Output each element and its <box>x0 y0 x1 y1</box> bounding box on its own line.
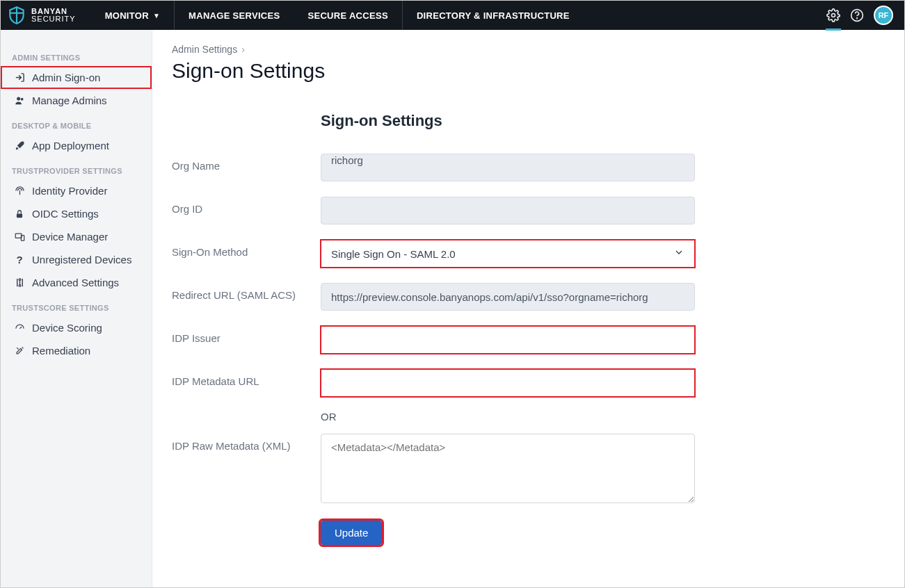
breadcrumb-parent[interactable]: Admin Settings <box>172 44 237 55</box>
question-icon: ? <box>14 254 25 266</box>
chevron-down-icon <box>673 247 684 261</box>
svg-rect-6 <box>15 234 22 238</box>
svg-point-0 <box>832 14 835 17</box>
sidebar-item-advanced-settings[interactable]: Advanced Settings <box>1 271 152 294</box>
org-id-input <box>321 197 695 224</box>
sidebar-item-remediation[interactable]: Remediation <box>1 339 152 362</box>
svg-point-2 <box>857 18 858 19</box>
label-idp-raw-metadata: IDP Raw Metadata (XML) <box>172 434 321 452</box>
settings-button[interactable] <box>826 1 840 30</box>
gauge-icon <box>14 322 25 333</box>
sidebar-item-identity-provider[interactable]: Identity Provider <box>1 179 152 202</box>
svg-point-8 <box>19 279 21 281</box>
sidebar: ADMIN SETTINGS Admin Sign-on Manage Admi… <box>1 30 152 587</box>
breadcrumb: Admin Settings › <box>172 44 874 55</box>
sidebar-item-device-scoring[interactable]: Device Scoring <box>1 316 152 339</box>
label-org-name: Org Name <box>172 154 321 172</box>
sidebar-item-label: OIDC Settings <box>32 208 99 220</box>
idp-metadata-url-input[interactable] <box>321 369 695 397</box>
help-button[interactable] <box>850 8 864 22</box>
shield-logo-icon <box>8 6 26 25</box>
svg-point-3 <box>17 97 20 101</box>
sidebar-item-label: Admin Sign-on <box>32 72 100 83</box>
top-navigation: BANYAN SECURITY MONITOR ▼ MANAGE SERVICE… <box>1 1 904 30</box>
label-org-id: Org ID <box>172 197 321 215</box>
idp-issuer-input[interactable] <box>321 326 695 354</box>
sidebar-item-app-deployment[interactable]: App Deployment <box>1 134 152 157</box>
signon-method-select[interactable]: Single Sign On - SAML 2.0 <box>321 240 695 268</box>
signon-method-value: Single Sign On - SAML 2.0 <box>331 248 456 260</box>
nav-manage-services[interactable]: MANAGE SERVICES <box>175 1 294 30</box>
org-name-input: richorg <box>321 154 695 181</box>
redirect-url-input: https://preview.console.banyanops.com/ap… <box>321 283 695 311</box>
nav-directory-infrastructure[interactable]: DIRECTORY & INFRASTRUCTURE <box>403 1 584 30</box>
sidebar-heading-admin-settings: ADMIN SETTINGS <box>1 44 152 66</box>
update-button[interactable]: Update <box>321 521 382 545</box>
rocket-icon <box>14 140 25 151</box>
users-icon <box>14 95 25 106</box>
sidebar-item-label: Advanced Settings <box>32 277 119 288</box>
sidebar-item-label: Unregistered Devices <box>32 254 131 266</box>
sidebar-item-label: Identity Provider <box>32 185 107 197</box>
sidebar-item-manage-admins[interactable]: Manage Admins <box>1 89 152 112</box>
sidebar-item-label: Manage Admins <box>32 95 107 106</box>
svg-point-4 <box>20 98 23 101</box>
signon-icon <box>14 72 25 83</box>
sidebar-heading-trustscore: TRUSTSCORE SETTINGS <box>1 294 152 316</box>
sidebar-item-label: App Deployment <box>32 140 109 152</box>
label-signon-method: Sign-On Method <box>172 240 321 258</box>
gear-icon <box>826 8 840 22</box>
sidebar-item-device-manager[interactable]: Device Manager <box>1 225 152 248</box>
label-idp-metadata-url: IDP Metadata URL <box>172 369 321 387</box>
sidebar-item-label: Device Scoring <box>32 322 102 334</box>
sidebar-item-unregistered-devices[interactable]: ? Unregistered Devices <box>1 248 152 271</box>
nav-monitor[interactable]: MONITOR ▼ <box>91 1 174 30</box>
chevron-down-icon: ▼ <box>153 12 160 19</box>
or-separator: OR <box>321 411 874 423</box>
user-avatar[interactable]: RF <box>874 6 893 25</box>
main-content: Admin Settings › Sign-on Settings Sign-o… <box>152 30 904 587</box>
help-icon <box>850 8 864 22</box>
sidebar-item-admin-signon[interactable]: Admin Sign-on <box>1 66 152 89</box>
lock-icon <box>14 209 25 219</box>
tools-icon <box>14 345 25 356</box>
sidebar-item-label: Remediation <box>32 345 90 357</box>
brand-name-bottom: SECURITY <box>31 15 76 23</box>
sliders-icon <box>14 277 25 288</box>
svg-point-9 <box>19 285 21 287</box>
chevron-right-icon: › <box>241 44 245 55</box>
sidebar-item-label: Device Manager <box>32 231 108 243</box>
fingerprint-icon <box>14 186 25 196</box>
page-title: Sign-on Settings <box>172 59 874 83</box>
svg-rect-5 <box>17 213 22 218</box>
section-title: Sign-on Settings <box>321 112 874 130</box>
devices-icon <box>14 231 25 242</box>
label-idp-issuer: IDP Issuer <box>172 326 321 344</box>
sidebar-item-oidc-settings[interactable]: OIDC Settings <box>1 202 152 225</box>
sidebar-heading-desktop-mobile: DESKTOP & MOBILE <box>1 112 152 134</box>
sidebar-heading-trustprovider: TRUSTPROVIDER SETTINGS <box>1 157 152 179</box>
brand-logo[interactable]: BANYAN SECURITY <box>1 1 91 30</box>
idp-raw-metadata-textarea[interactable] <box>321 434 695 503</box>
label-redirect-url: Redirect URL (SAML ACS) <box>172 283 321 301</box>
nav-secure-access[interactable]: SECURE ACCESS <box>294 1 401 30</box>
